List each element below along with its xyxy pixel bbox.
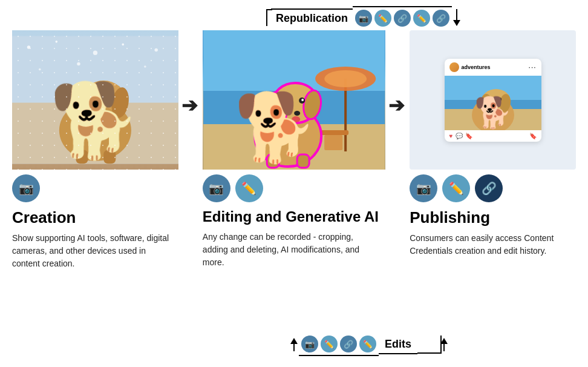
creation-bottom-icons: 📷 bbox=[12, 174, 40, 202]
edits-share-icon[interactable]: 🔗 bbox=[340, 336, 357, 352]
ig-header: adventures ··· bbox=[445, 59, 541, 76]
svg-point-40 bbox=[292, 116, 300, 122]
main-container: Republication 📷 ✏️ 🔗 ✏️ 🔗 bbox=[0, 0, 588, 367]
publishing-text: Publishing Consumers can easily access C… bbox=[410, 208, 576, 257]
ig-action-icons: ♥ 💬 🔖 bbox=[449, 133, 472, 139]
publishing-column: adventures ··· bbox=[410, 30, 576, 257]
arrow-1-2: ➔ bbox=[181, 94, 198, 117]
svg-point-47 bbox=[482, 89, 511, 113]
editing-title: Editing and Generative AI bbox=[203, 208, 379, 226]
repub-pencil2-icon[interactable]: ✏️ bbox=[413, 10, 430, 27]
creation-text: Creation Show supporting AI tools, softw… bbox=[12, 208, 178, 270]
svg-point-36 bbox=[299, 98, 305, 104]
svg-point-52 bbox=[494, 105, 497, 108]
snow-overlay bbox=[12, 30, 178, 170]
creation-title: Creation bbox=[12, 208, 172, 227]
publishing-pencil-icon[interactable]: ✏️ bbox=[442, 174, 470, 202]
repub-share2-icon[interactable]: 🔗 bbox=[433, 10, 449, 27]
editing-description: Any change can be recorded - cropping, a… bbox=[203, 231, 379, 269]
svg-rect-24 bbox=[203, 91, 385, 127]
svg-point-39 bbox=[294, 111, 300, 116]
ig-image bbox=[445, 76, 541, 130]
edits-up-arrow bbox=[290, 338, 298, 351]
svg-rect-42 bbox=[297, 154, 309, 168]
svg-rect-25 bbox=[203, 124, 385, 170]
editing-title-text: Editing and Generative AI bbox=[203, 208, 379, 225]
svg-point-31 bbox=[255, 106, 321, 167]
republication-row: Republication 📷 ✏️ 🔗 ✏️ 🔗 bbox=[266, 6, 460, 29]
editing-camera-icon[interactable]: 📷 bbox=[203, 174, 230, 202]
ig-footer: ♥ 💬 🔖 🔖 bbox=[445, 130, 541, 142]
edits-row: 📷 ✏️ 🔗 ✏️ Edits bbox=[290, 333, 448, 356]
ig-menu-dots[interactable]: ··· bbox=[529, 63, 537, 71]
publishing-share-icon[interactable]: 🔗 bbox=[475, 174, 503, 202]
svg-rect-44 bbox=[445, 106, 541, 130]
dog2-svg bbox=[203, 30, 385, 170]
svg-point-32 bbox=[272, 83, 318, 123]
publishing-description: Consumers can easily access Content Cred… bbox=[410, 232, 570, 257]
svg-rect-30 bbox=[324, 135, 342, 150]
edits-right-up-arrow bbox=[440, 338, 448, 351]
edits-icons: 📷 ✏️ 🔗 ✏️ bbox=[299, 333, 379, 356]
edits-camera-icon[interactable]: 📷 bbox=[301, 336, 318, 352]
ig-bookmark-right-icon[interactable]: 🔖 bbox=[529, 133, 537, 139]
editing-column: 📷 ✏️ ➔ Editing and Generative AI Any cha… bbox=[203, 30, 385, 269]
repub-camera-icon[interactable]: 📷 bbox=[355, 10, 372, 27]
creation-camera-icon[interactable]: 📷 bbox=[12, 174, 40, 202]
editing-image bbox=[203, 30, 385, 170]
edits-right-bracket bbox=[417, 336, 442, 354]
svg-point-38 bbox=[301, 99, 304, 101]
edits-pencil2-icon[interactable]: ✏️ bbox=[359, 336, 376, 352]
svg-point-33 bbox=[265, 91, 290, 125]
svg-point-46 bbox=[472, 97, 514, 130]
editing-bottom-icons: 📷 ✏️ bbox=[203, 174, 263, 202]
main-content-row: 📷 ➔ Creation Show supporting AI tools, s… bbox=[12, 30, 576, 270]
editing-pencil-icon[interactable]: ✏️ bbox=[235, 174, 263, 202]
svg-point-48 bbox=[479, 93, 494, 114]
publishing-image-wrapper: adventures ··· bbox=[410, 30, 576, 170]
creation-column: 📷 ➔ Creation Show supporting AI tools, s… bbox=[12, 30, 178, 270]
instagram-card: adventures ··· bbox=[445, 59, 541, 142]
edits-pencil-icon[interactable]: ✏️ bbox=[321, 336, 338, 352]
svg-point-28 bbox=[324, 70, 367, 87]
publishing-camera-icon[interactable]: 📷 bbox=[410, 174, 437, 202]
svg-rect-45 bbox=[445, 100, 541, 109]
svg-point-35 bbox=[287, 99, 293, 105]
republication-arrow-down bbox=[453, 9, 460, 26]
ig-comment-icon[interactable]: 💬 bbox=[456, 133, 463, 139]
svg-point-51 bbox=[498, 98, 501, 101]
ig-bookmark-icon[interactable]: 🔖 bbox=[465, 133, 472, 139]
republication-label: Republication bbox=[271, 8, 353, 27]
editing-text: Editing and Generative AI Any change can… bbox=[203, 208, 385, 269]
republication-icons: 📷 ✏️ 🔗 ✏️ 🔗 bbox=[353, 6, 452, 29]
repub-share1-icon[interactable]: 🔗 bbox=[394, 10, 411, 27]
creation-image bbox=[12, 30, 178, 170]
ig-username: adventures bbox=[462, 64, 491, 70]
svg-point-50 bbox=[491, 98, 494, 102]
svg-rect-41 bbox=[267, 154, 279, 168]
creation-description: Show supporting AI tools, software, digi… bbox=[12, 232, 172, 270]
repub-pencil1-icon[interactable]: ✏️ bbox=[374, 10, 391, 27]
ig-heart-icon[interactable]: ♥ bbox=[449, 133, 453, 139]
publishing-title: Publishing bbox=[410, 208, 570, 227]
svg-point-37 bbox=[289, 100, 292, 102]
ig-avatar bbox=[449, 62, 459, 72]
arrow-2-3: ➔ bbox=[388, 94, 405, 117]
svg-rect-29 bbox=[318, 130, 348, 135]
publishing-bottom-icons: 📷 ✏️ 🔗 bbox=[410, 174, 503, 202]
ig-profile: adventures bbox=[449, 62, 491, 72]
svg-point-49 bbox=[498, 93, 512, 112]
edits-label: Edits bbox=[379, 336, 417, 354]
ig-dog-svg bbox=[445, 76, 541, 130]
